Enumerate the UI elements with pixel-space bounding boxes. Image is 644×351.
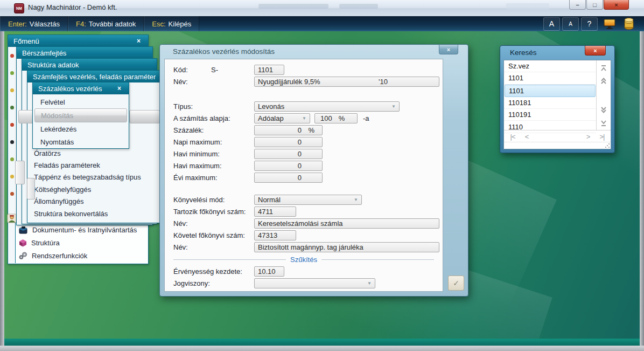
chevron-down-icon: ▼ bbox=[354, 197, 358, 202]
dialog-szazalekos-vezerles-modositas: Százalékos vezérlés módosítás × Kód: S- … bbox=[159, 44, 468, 297]
title-bar[interactable]: NM Nagy Machinátor - Demó kft. – □ × bbox=[0, 0, 644, 17]
chevron-down-icon: ▼ bbox=[302, 116, 306, 121]
menu-item-f4[interactable]: F4: További adatok bbox=[68, 16, 144, 31]
kod-input[interactable]: 1101 bbox=[254, 65, 284, 75]
nav-last-button[interactable]: >| bbox=[596, 130, 608, 142]
tartozik-nev-label: Név: bbox=[173, 219, 254, 228]
page-up-button[interactable] bbox=[597, 74, 611, 87]
kovetel-nev-input[interactable]: Biztosított magánnyp. tag járuléka bbox=[254, 242, 439, 252]
window-frame-left bbox=[0, 31, 4, 346]
nav-next-button[interactable]: > bbox=[582, 130, 594, 142]
szamitas-alapja-select[interactable]: Adóalap ▼ bbox=[254, 113, 310, 123]
scrollbar-thumb[interactable] bbox=[27, 178, 35, 199]
sidebar-item-feladas-parameterek[interactable]: Feladás paraméterek bbox=[27, 159, 161, 171]
panel-szamfejtes-vezerles-header[interactable]: Számfejtés vezérlés, feladás paraméterek bbox=[27, 71, 161, 82]
menu-item-esc[interactable]: Esc: Kilépés bbox=[144, 16, 199, 31]
panel-szazalekos-vezerles-header[interactable]: Százalékos vezérlés × bbox=[33, 82, 129, 94]
kod-label: Kód: bbox=[173, 66, 211, 74]
close-icon: × bbox=[447, 46, 450, 53]
scrollbar-thumb[interactable] bbox=[15, 161, 25, 184]
sidebar-item-lekerdezes[interactable]: Lekérdezés bbox=[33, 122, 129, 135]
panel-struktura-adatok-title: Struktúra adatok bbox=[27, 61, 79, 69]
menu-bullet-icon bbox=[10, 106, 14, 109]
font-small-button[interactable]: A bbox=[562, 17, 579, 31]
nev-input[interactable]: Nyugdíjjárulék 9,5%'10 bbox=[254, 77, 439, 87]
cube-icon bbox=[19, 239, 27, 247]
jogviszony-select[interactable]: ▼ bbox=[254, 278, 375, 288]
window-frame-bottom bbox=[0, 346, 644, 351]
dialog-close-button[interactable]: × bbox=[439, 45, 458, 54]
sidebar-item-koltseghelyfugges[interactable]: Költséghelyfüggés bbox=[27, 183, 161, 195]
sidebar-item-oratorzs[interactable]: Óratörzs bbox=[27, 147, 161, 159]
search-scroll-column bbox=[597, 60, 611, 130]
search-title: Keresés bbox=[510, 49, 537, 57]
napi-maximum-input[interactable]: 0 bbox=[254, 137, 323, 147]
close-icon[interactable]: × bbox=[135, 37, 143, 45]
maximize-button[interactable]: □ bbox=[586, 0, 603, 10]
nav-first-button[interactable]: |< bbox=[506, 130, 519, 142]
havi-maximum-label: Havi maximum: bbox=[173, 162, 254, 170]
sidebar-item-felvetel[interactable]: Felvétel bbox=[33, 95, 129, 108]
app-logo-icon: NM bbox=[14, 3, 24, 13]
minimize-button[interactable]: – bbox=[569, 0, 586, 10]
tartozik-nev-input[interactable]: Keresetelszámolási számla bbox=[254, 218, 439, 229]
sidebar-item-struktura[interactable]: Struktúra bbox=[16, 236, 148, 249]
sidebar-item-modositas[interactable]: Módosítás bbox=[34, 108, 127, 122]
scroll-bottom-button[interactable] bbox=[597, 116, 611, 129]
search-status-bar bbox=[504, 142, 611, 149]
font-large-button[interactable]: A bbox=[543, 17, 560, 31]
kovetel-fokonyvi-input[interactable]: 47313 bbox=[254, 230, 296, 240]
menu-bullet-icon bbox=[10, 192, 14, 196]
confirm-button[interactable]: ✓ bbox=[448, 276, 464, 291]
tipus-label: Típus: bbox=[173, 102, 254, 111]
szazalek-input[interactable]: 0% bbox=[254, 125, 323, 135]
nav-last-icon: >| bbox=[600, 133, 605, 141]
havi-maximum-input[interactable]: 0 bbox=[254, 161, 323, 171]
menu-item-enter[interactable]: Enter: Választás bbox=[0, 16, 68, 31]
help-button[interactable]: ? bbox=[581, 17, 598, 31]
kovetel-nev-label: Név: bbox=[173, 243, 254, 251]
szamitas-alapja-label: A számítás alapja: bbox=[173, 114, 254, 122]
nav-first-icon: |< bbox=[510, 133, 515, 141]
sidebar-item-nyomtatas[interactable]: Nyomtatás bbox=[33, 135, 129, 148]
sidebar-item-rendszerfunkciok[interactable]: Rendszerfunkciók bbox=[16, 249, 148, 262]
search-result-list: Sz.vez 1101 1101 110181 110191 1110 bbox=[504, 60, 597, 130]
menu-bullet-icon bbox=[10, 157, 14, 161]
alapja-percent-input[interactable]: 100% bbox=[314, 113, 358, 123]
tipus-select[interactable]: Levonás ▼ bbox=[254, 101, 400, 112]
list-item-selected[interactable]: 1101 bbox=[505, 85, 596, 97]
list-item[interactable]: 110191 bbox=[504, 109, 596, 121]
panel-fomenu-header[interactable]: Főmenü × bbox=[8, 35, 148, 47]
close-icon[interactable]: × bbox=[115, 85, 123, 92]
napi-maximum-label: Napi maximum: bbox=[173, 138, 254, 146]
monitor-button[interactable] bbox=[602, 17, 617, 30]
window-title: Nagy Machinátor - Demó kft. bbox=[28, 3, 117, 11]
database-button[interactable] bbox=[621, 17, 636, 30]
search-close-button[interactable]: × bbox=[585, 46, 606, 56]
search-content: Sz.vez 1101 1101 110181 110191 1110 bbox=[503, 60, 611, 149]
havi-minimum-input[interactable]: 0 bbox=[254, 149, 323, 159]
evi-maximum-input[interactable]: 0 bbox=[254, 173, 323, 183]
scroll-top-button[interactable] bbox=[597, 61, 611, 74]
ervenyesseg-input[interactable]: 10.10 bbox=[254, 266, 284, 277]
sidebar-item-struktura-bekonvertalas[interactable]: Struktúra bekonvertálás bbox=[27, 208, 161, 219]
list-item[interactable]: 110181 bbox=[504, 97, 596, 109]
panel-struktura-adatok-header[interactable]: Struktúra adatok bbox=[22, 59, 157, 71]
resize-grip[interactable] bbox=[605, 143, 610, 148]
menu-bullet-icon bbox=[10, 175, 14, 178]
close-button[interactable]: × bbox=[604, 0, 629, 10]
panel-berszamfejtes-header[interactable]: Bérszámfejtés bbox=[17, 47, 152, 59]
sidebar-item-tappenz[interactable]: Táppénz és betegszabadság típus bbox=[27, 171, 161, 183]
close-icon: × bbox=[593, 47, 597, 54]
nav-prev-button[interactable]: < bbox=[520, 130, 533, 142]
chevron-down-icon: ▼ bbox=[391, 104, 396, 109]
search-filter-row[interactable]: Sz.vez bbox=[504, 60, 596, 72]
konyvelesi-mod-select[interactable]: Normál ▼ bbox=[254, 195, 362, 205]
document-box-icon bbox=[19, 226, 28, 234]
page-down-button[interactable] bbox=[597, 104, 611, 116]
tartozik-fokonyvi-input[interactable]: 4711 bbox=[254, 207, 296, 217]
sidebar-item-allomanyfugges[interactable]: Állományfüggés bbox=[27, 196, 161, 208]
list-item[interactable]: 1101 bbox=[504, 72, 596, 84]
szukites-link[interactable]: Szűkítés bbox=[286, 256, 321, 264]
maximize-icon: □ bbox=[593, 2, 597, 8]
